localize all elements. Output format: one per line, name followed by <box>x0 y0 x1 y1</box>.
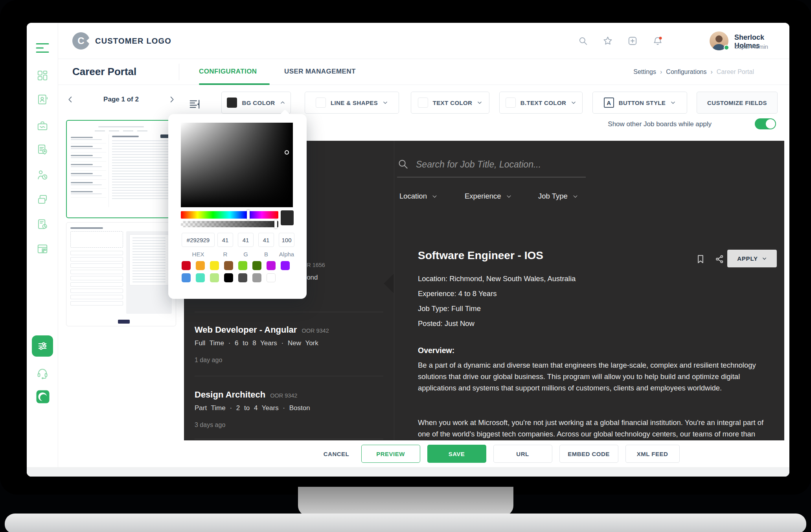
button-style-label: BUTTON STYLE <box>619 99 666 106</box>
boards-stack-icon[interactable] <box>37 193 48 205</box>
alpha-slider-thumb[interactable] <box>274 220 277 228</box>
bg-color-button[interactable]: BG COLOR <box>221 92 291 114</box>
sidebar-item-configuration-active[interactable] <box>32 335 53 357</box>
breadcrumb-current: Career Portal <box>717 68 754 75</box>
job-list-item-2[interactable]: Web Developer - AngularOOR 9342 Full Tim… <box>195 325 383 364</box>
jobs-briefcase-icon[interactable] <box>37 120 48 132</box>
candidates-icon[interactable] <box>37 94 48 105</box>
text-color-label: TEXT COLOR <box>433 99 473 106</box>
pager-next-icon[interactable] <box>167 95 176 104</box>
page-thumbnail-1-selected[interactable] <box>66 120 176 218</box>
support-headset-icon[interactable] <box>37 367 48 379</box>
filter-job-type-label: Job Type <box>538 192 568 201</box>
xml-feed-button[interactable]: XML FEED <box>625 445 680 463</box>
tab-user-management[interactable]: USER MANAGEMENT <box>284 68 356 75</box>
hue-slider[interactable] <box>181 211 278 219</box>
filter-location-label: Location <box>399 192 427 201</box>
color-swatch[interactable] <box>281 261 290 270</box>
line-shapes-button[interactable]: LINE & SHAPES <box>305 92 399 114</box>
color-swatch[interactable] <box>210 261 219 270</box>
overview-paragraph-2: When you work at Microsoft, you're not j… <box>418 417 768 440</box>
job-search-icon <box>397 158 409 170</box>
toggle-knob <box>766 119 775 129</box>
job-detail-location: Location: Richmond, New South Wales, Aus… <box>418 274 576 283</box>
report-document-icon[interactable] <box>37 218 48 230</box>
text-color-button[interactable]: TEXT COLOR <box>411 92 489 114</box>
resume-location-icon[interactable] <box>37 144 48 155</box>
breadcrumb-configurations[interactable]: Configurations <box>666 68 706 75</box>
page-pager: Page 1 of 2 <box>66 94 176 105</box>
apply-button[interactable]: APPLY <box>727 250 777 267</box>
filter-experience[interactable]: Experience <box>465 192 512 201</box>
cancel-button[interactable]: CANCEL <box>319 445 354 463</box>
saturation-value-area[interactable] <box>181 123 293 207</box>
page-thumbnail-2[interactable] <box>66 222 176 326</box>
red-input[interactable]: 41 <box>217 233 233 247</box>
alpha-input[interactable]: 100 <box>279 233 294 247</box>
color-swatch[interactable] <box>267 261 276 270</box>
customer-logo[interactable]: C CUSTOMER LOGO <box>72 32 171 50</box>
filter-job-type[interactable]: Job Type <box>538 192 578 201</box>
layout-format-icon[interactable] <box>189 98 200 110</box>
embed-code-button[interactable]: EMBED CODE <box>559 445 618 463</box>
brand-logo-icon[interactable] <box>36 390 50 404</box>
hex-input[interactable]: #292929 <box>182 233 215 247</box>
color-swatch[interactable] <box>252 273 261 282</box>
saturation-cursor[interactable] <box>285 150 289 155</box>
button-style-button[interactable]: A BUTTON STYLE <box>592 92 687 114</box>
page-subheader: Career Portal CONFIGURATION USER MANAGEM… <box>58 59 789 85</box>
people-schedule-icon[interactable] <box>37 169 48 181</box>
job-list-item-3[interactable]: Design ArchitechOOR 9342 Part Time · 2 t… <box>195 390 383 429</box>
color-swatch[interactable] <box>224 261 233 270</box>
hue-slider-thumb[interactable] <box>247 210 250 220</box>
alpha-label: Alpha <box>276 251 297 258</box>
line-shapes-swatch <box>316 98 326 108</box>
save-button[interactable]: SAVE <box>427 445 486 463</box>
color-swatch[interactable] <box>182 273 191 282</box>
color-swatch[interactable] <box>196 273 205 282</box>
site-builder-icon[interactable] <box>37 243 48 255</box>
job-detail-job-type: Job Type: Full Time <box>418 304 481 313</box>
url-button[interactable]: URL <box>493 445 552 463</box>
color-swatch[interactable] <box>182 261 191 270</box>
show-job-boards-toggle[interactable] <box>755 118 776 129</box>
favorites-star-icon[interactable] <box>603 36 613 46</box>
green-input[interactable]: 41 <box>238 233 254 247</box>
blue-input[interactable]: 41 <box>258 233 274 247</box>
color-swatch[interactable] <box>224 273 233 282</box>
footer-action-bar: CANCEL PREVIEW SAVE URL EMBED CODE XML F… <box>184 440 784 467</box>
customize-fields-label: CUSTOMIZE FIELDS <box>707 99 767 106</box>
color-swatch[interactable] <box>210 273 219 282</box>
menu-hamburger-icon[interactable] <box>35 42 50 53</box>
thumb-search-line <box>98 126 143 127</box>
color-swatch[interactable] <box>238 261 247 270</box>
chevron-down-icon <box>572 193 578 199</box>
filter-location[interactable]: Location <box>399 192 438 201</box>
preview-button[interactable]: PREVIEW <box>361 445 420 463</box>
pager-label: Page 1 of 2 <box>103 96 139 103</box>
thumb-job-list <box>71 134 109 207</box>
breadcrumb-settings[interactable]: Settings <box>633 68 656 75</box>
search-icon[interactable] <box>578 36 588 46</box>
bookmark-icon[interactable] <box>695 254 706 265</box>
dashboard-icon[interactable] <box>37 70 48 81</box>
app-window: C CUSTOMER LOGO Sherlock Holmes Super Ad… <box>27 23 789 477</box>
color-swatch[interactable] <box>238 273 247 282</box>
notifications-bell-icon[interactable] <box>653 36 663 46</box>
btext-color-button[interactable]: B.TEXT COLOR <box>499 92 583 114</box>
tab-configuration[interactable]: CONFIGURATION <box>199 68 257 75</box>
color-swatch[interactable] <box>196 261 205 270</box>
active-tab-underline <box>199 83 270 85</box>
subheader-divider <box>179 64 179 80</box>
pager-prev-icon[interactable] <box>66 95 75 104</box>
monitor-stand-neck <box>298 487 513 516</box>
customize-fields-button[interactable]: CUSTOMIZE FIELDS <box>697 92 778 114</box>
share-icon[interactable] <box>714 254 725 265</box>
color-swatch[interactable] <box>252 261 261 270</box>
job-detail-experience: Experience: 4 to 8 Years <box>418 289 497 298</box>
text-color-swatch <box>418 98 428 108</box>
job-search-input[interactable] <box>416 155 585 174</box>
alpha-slider[interactable] <box>181 221 278 227</box>
quick-add-icon[interactable] <box>627 36 638 46</box>
color-swatch[interactable] <box>267 273 276 282</box>
